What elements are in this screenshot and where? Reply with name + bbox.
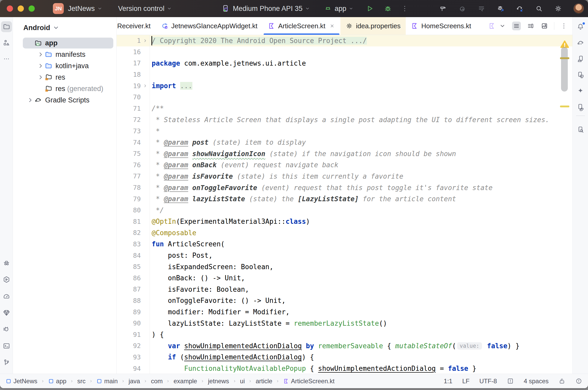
code-area[interactable]: / Copyright 2020 The Android Open Source… bbox=[150, 35, 572, 374]
chevron-down-icon[interactable] bbox=[166, 6, 172, 11]
tree-expand-icon[interactable] bbox=[26, 96, 34, 104]
benchmark-icon[interactable] bbox=[1, 291, 12, 302]
line-number[interactable]: 92 bbox=[133, 342, 141, 350]
breadcrumb-item-articlescreen-kt[interactable]: ArticleScreen.kt bbox=[283, 378, 334, 385]
line-number[interactable]: 86 bbox=[133, 274, 141, 282]
code-line[interactable]: isFavorite: Boolean, bbox=[150, 284, 572, 295]
code-line[interactable]: @Composable bbox=[150, 227, 572, 239]
indent-widget[interactable]: 4 spaces bbox=[524, 378, 549, 385]
line-number[interactable]: 93 bbox=[133, 353, 141, 361]
code-line[interactable]: if (showUnimplementedActionDialog) { bbox=[150, 352, 572, 363]
code-line[interactable]: * @param showNavigationIcon (state) if t… bbox=[150, 148, 572, 159]
line-number[interactable]: 72 bbox=[133, 116, 141, 123]
gutter-row[interactable]: 71 bbox=[117, 103, 150, 114]
gutter-row[interactable]: 92 bbox=[117, 340, 150, 352]
code-line[interactable] bbox=[150, 46, 572, 58]
debug-button[interactable] bbox=[384, 4, 392, 13]
breadcrumb-item-ui[interactable]: ui bbox=[240, 378, 245, 385]
settings-button[interactable] bbox=[554, 5, 562, 12]
breadcrumb-item-jetnews[interactable]: JetNews bbox=[6, 378, 37, 385]
breadcrumb-item-jetnews[interactable]: jetnews bbox=[208, 378, 229, 385]
attach-debugger-button[interactable] bbox=[497, 5, 505, 12]
code-line[interactable]: post: Post, bbox=[150, 250, 572, 261]
line-number[interactable]: 73 bbox=[133, 127, 141, 135]
breadcrumb-item-app[interactable]: app bbox=[48, 378, 66, 385]
gradle-sync-button[interactable] bbox=[516, 5, 524, 12]
gutter-row[interactable]: 82 bbox=[117, 227, 150, 239]
app-inspection-icon[interactable] bbox=[575, 124, 586, 135]
breadcrumb-item-example[interactable]: example bbox=[173, 378, 197, 385]
line-number[interactable]: 74 bbox=[133, 139, 141, 146]
project-icon[interactable] bbox=[1, 21, 12, 32]
line-number[interactable]: 76 bbox=[133, 161, 141, 169]
structure-icon[interactable] bbox=[1, 37, 12, 48]
line-number[interactable]: 83 bbox=[133, 240, 141, 248]
gutter-row[interactable]: 78 bbox=[117, 182, 150, 193]
line-number[interactable]: 75 bbox=[133, 150, 141, 157]
tab-articlescreen-kt[interactable]: ArticleScreen.kt bbox=[263, 17, 340, 35]
notifications-icon[interactable] bbox=[575, 21, 586, 32]
code-line[interactable]: * @param onBack (event) request navigate… bbox=[150, 159, 572, 171]
running-devices-icon[interactable] bbox=[575, 69, 586, 80]
code-line[interactable]: * Stateless Article Screen that displays… bbox=[150, 114, 572, 126]
gutter-row[interactable]: 1 bbox=[117, 35, 150, 46]
traffic-light-zoom[interactable] bbox=[29, 5, 35, 12]
line-number[interactable]: 91 bbox=[133, 331, 141, 338]
tree-item-res[interactable]: res bbox=[13, 72, 116, 83]
line-number[interactable]: 84 bbox=[133, 252, 141, 259]
profiler-icon[interactable] bbox=[1, 274, 12, 285]
editor-view-mode-split[interactable] bbox=[526, 22, 535, 30]
hidden-tabs-dropdown[interactable] bbox=[498, 22, 507, 30]
gutter-row[interactable]: 73 bbox=[117, 126, 150, 137]
line-number[interactable]: 90 bbox=[133, 319, 141, 327]
code-line[interactable]: * bbox=[150, 126, 572, 137]
avatar[interactable] bbox=[573, 3, 584, 14]
code-line[interactable]: fun ArticleScreen( bbox=[150, 239, 572, 250]
encoding-widget[interactable]: UTF-8 bbox=[479, 378, 497, 385]
code-line[interactable] bbox=[150, 69, 572, 80]
caret-position-widget[interactable]: 1:1 bbox=[444, 378, 452, 385]
chevron-down-icon[interactable] bbox=[52, 24, 60, 32]
logcat-icon[interactable] bbox=[1, 324, 12, 335]
code-line[interactable]: isExpandedScreen: Boolean, bbox=[150, 261, 572, 273]
lock-icon[interactable] bbox=[558, 378, 565, 385]
line-separator-widget[interactable]: LF bbox=[462, 378, 470, 385]
code-line[interactable]: */ bbox=[150, 205, 572, 216]
line-number[interactable]: 71 bbox=[133, 105, 141, 112]
line-number[interactable]: 80 bbox=[133, 206, 141, 214]
editor-view-mode-code[interactable] bbox=[512, 22, 521, 30]
editor-view-mode-design[interactable] bbox=[540, 22, 549, 30]
inspections-widget-icon[interactable] bbox=[507, 378, 514, 385]
traffic-light-close[interactable] bbox=[7, 5, 13, 12]
terminal-icon[interactable] bbox=[1, 340, 12, 351]
line-number[interactable]: 87 bbox=[133, 285, 141, 293]
gutter-row[interactable]: 94 bbox=[117, 363, 150, 374]
line-number[interactable]: 70 bbox=[133, 93, 141, 101]
code-line[interactable]: ) { bbox=[150, 329, 572, 340]
tree-item-app[interactable]: app bbox=[13, 37, 116, 49]
gutter-row[interactable]: 75 bbox=[117, 148, 150, 159]
chevron-down-icon[interactable] bbox=[305, 6, 310, 11]
code-line[interactable]: * @param post (state) item to display bbox=[150, 137, 572, 148]
gutter-row[interactable]: 77 bbox=[117, 171, 150, 182]
line-number[interactable]: 79 bbox=[133, 195, 141, 203]
tree-item-manifests[interactable]: manifests bbox=[13, 49, 116, 60]
gutter-row[interactable]: 93 bbox=[117, 352, 150, 363]
gutter-row[interactable]: 18 bbox=[117, 69, 150, 80]
build-button[interactable] bbox=[439, 5, 447, 12]
line-number[interactable]: 82 bbox=[133, 229, 141, 236]
tab-idea-properties[interactable]: idea.properties bbox=[340, 17, 406, 35]
tab-homescreens-kt[interactable]: HomeScreens.kt bbox=[406, 17, 476, 35]
search-everywhere-button[interactable] bbox=[535, 5, 543, 12]
gutter-row[interactable]: 85 bbox=[117, 261, 150, 273]
code-line[interactable]: * @param onToggleFavorite (event) reques… bbox=[150, 182, 572, 193]
editor-options-kebab[interactable] bbox=[559, 22, 568, 30]
gradle-icon[interactable] bbox=[575, 37, 586, 48]
run-button[interactable] bbox=[366, 4, 374, 13]
gutter-row[interactable]: 91 bbox=[117, 329, 150, 340]
line-number[interactable]: 81 bbox=[133, 218, 141, 225]
incognito-icon[interactable] bbox=[1, 257, 12, 268]
gutter-row[interactable]: 19 bbox=[117, 80, 150, 92]
code-line[interactable]: / Copyright 2020 The Android Open Source… bbox=[150, 35, 572, 46]
tree-expand-icon[interactable] bbox=[37, 62, 45, 70]
